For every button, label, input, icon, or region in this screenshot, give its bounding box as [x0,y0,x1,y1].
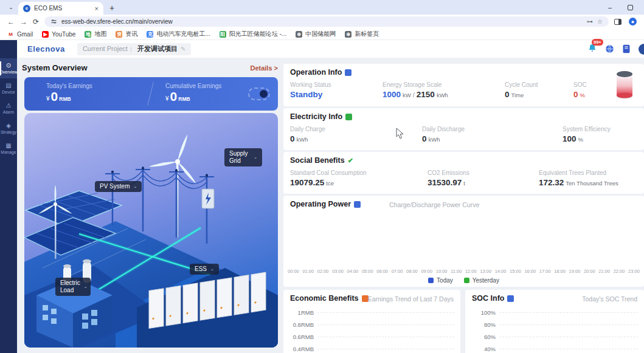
chart-subtitle: Charge/Discharge Power Curve [389,201,479,208]
x-tick-label: 08:00 [406,269,418,274]
todays-earnings: Today's Earnings ¥ 0 RMB [46,83,92,103]
x-tick-label: 18:00 [554,269,566,274]
x-tick-label: 21:00 [598,269,610,274]
pill-text: Supply Grid [229,150,250,165]
y-tick-label: 1RMB [288,309,314,316]
sidebar-item-label: Strategy [1,130,16,134]
sidebar-item-manage[interactable]: ▦Manage [0,139,17,159]
device-icon: ▤ [5,83,11,89]
ess-label[interactable]: ESS⌄ [190,264,219,275]
forward-icon[interactable]: → [20,18,27,26]
sidebar-item-strategy[interactable]: ◈Strategy [0,118,17,139]
transformer-art [202,189,214,208]
side-panel-icon[interactable] [614,19,621,25]
x-tick-label: 17:00 [539,269,551,274]
password-key-icon[interactable]: ⊶ [587,18,593,25]
bookmark-item[interactable]: 阳阳光工匠储能论坛 -... [220,30,286,38]
youtube-icon: ▶ [42,31,49,38]
soc-info-card: SOC Info Today's SOC Trend 100%80%60%40% [465,290,644,353]
details-link[interactable]: Details > [250,64,278,72]
tab-search-button[interactable]: ⌄ [5,2,17,13]
legend-item[interactable]: Yesterday [464,277,499,284]
address-bar[interactable]: ess-web-dev.sfere-elec.cn/main/overview … [44,16,609,27]
bookmark-label: 地图 [94,30,106,38]
supply-grid-label[interactable]: Supply Grid⌄ [224,148,262,166]
charging-site-icon: 充 [147,31,153,38]
url-text: ess-web-dev.sfere-elec.cn/main/overview [61,18,583,25]
gmail-icon: M [7,31,14,38]
bookmark-item[interactable]: ⊕中国储能网 [296,30,336,38]
bookmarks-bar: MGmail▶YouTube地地图资资讯充电动汽车充电桩工...阳阳光工匠储能论… [0,29,644,40]
electricity-info-card: Electricity Info Daily Charge 0kWh Daily… [283,108,644,150]
x-tick-label: 01:00 [302,269,314,274]
bookmark-item[interactable]: ▶YouTube [42,31,75,38]
x-tick-label: 10:00 [436,269,448,274]
legend-label: Today [437,277,453,284]
user-avatar[interactable] [639,44,644,55]
notifications-button[interactable]: 99+ [587,43,597,55]
operating-power-icon [354,201,361,208]
bookmark-item[interactable]: MGmail [7,31,33,38]
trees-planted-stat: Equivalent Trees Planted 172.32Ten Thous… [539,170,618,187]
legend-item[interactable]: Today [428,277,453,284]
manual-book-icon[interactable] [622,44,631,53]
project-label: Current Project： [83,44,134,53]
refresh-icon[interactable]: ⟳ [33,18,39,26]
economic-y-axis: 1RMB0.8RMB0.6RMB0.4RMB [288,306,454,353]
electric-load-label[interactable]: Electric Load⌄ [55,278,91,296]
tab-close-icon[interactable]: × [95,5,99,12]
strategy-icon: ◈ [6,123,11,129]
sidebar-item-alarm[interactable]: ⚠Alarm [0,98,17,118]
system-efficiency-stat: System Efficiency 100% [563,126,611,143]
operation-info-icon [345,69,351,76]
news-icon: 资 [116,31,122,38]
gridline [499,337,638,337]
bookmark-item[interactable]: ⊕新标签页 [345,30,379,38]
app-header: Elecnova Current Project： 开发调试项目 ✎ 99+ [17,40,644,58]
new-tab-button[interactable]: + [109,3,114,13]
earnings-banner: Today's Earnings ¥ 0 RMB Cumulative Earn… [24,77,278,111]
y-tick-label: 100% [470,309,496,316]
y-tick-label: 40% [470,346,496,352]
browser-profile-icon[interactable]: ● [629,18,637,26]
operating-power-card: Operating Power Charge/Discharge Power C… [283,196,644,287]
bookmark-label: Gmail [17,31,33,38]
browser-tab-bar: ⌄ e ECO EMS × + – [0,0,644,15]
y-tick-label: 0.6RMB [288,334,314,340]
window-minimize-button[interactable]: – [608,4,612,11]
browser-toolbar: ← → ⟳ ess-web-dev.sfere-elec.cn/main/ove… [0,15,644,29]
chart-subtitle: Today's SOC Trend [582,295,637,303]
edit-project-icon[interactable]: ✎ [181,46,185,52]
social-benefits-card: Social Benefits✔ Standard Coal Consumpti… [283,152,644,194]
bookmark-star-icon[interactable]: ☆ [597,18,603,25]
bookmark-item[interactable]: 资资讯 [116,30,137,38]
x-tick-label: 11:00 [451,269,462,274]
y-tick-label: 60% [470,334,496,340]
browser-tab[interactable]: e ECO EMS × [18,2,103,15]
bookmark-label: 电动汽车充电桩工... [156,30,210,38]
project-name: 开发调试项目 [137,44,178,53]
globe-icon: ⊕ [296,31,302,38]
bookmark-item[interactable]: 充电动汽车充电桩工... [147,30,210,38]
gridline-row: 1RMB [288,306,454,318]
back-icon[interactable]: ← [7,18,15,26]
sidebar-item-overview[interactable]: ⊙Overview [0,58,17,78]
working-status-stat: Working Status Standby [290,81,331,99]
site-info-icon[interactable] [50,18,57,25]
card-title: Operation Info [290,68,342,77]
chart-subtitle: Earnings Trend of Last 7 Days [368,295,454,303]
earnings-value: 0 [170,90,178,103]
x-tick-label: 00:00 [288,269,299,274]
window-maximize-button[interactable] [628,5,633,10]
bookmark-item[interactable]: 地地图 [85,30,106,38]
earnings-value: 0 [51,90,58,103]
y-tick-label: 0.4RMB [288,346,314,352]
x-tick-label: 05:00 [362,269,373,274]
pv-system-label[interactable]: PV System⌄ [95,181,142,192]
gridline-row: 0.8RMB [288,318,454,331]
language-globe-icon[interactable] [605,44,614,53]
banner-toggle[interactable] [248,87,270,100]
sidebar-item-device[interactable]: ▤Device [0,78,17,98]
current-project-selector[interactable]: Current Project： 开发调试项目 ✎ [77,43,191,55]
energy-scene-illustration: PV System⌄ Supply Grid⌄ ESS⌄ Electric Lo… [24,113,278,348]
